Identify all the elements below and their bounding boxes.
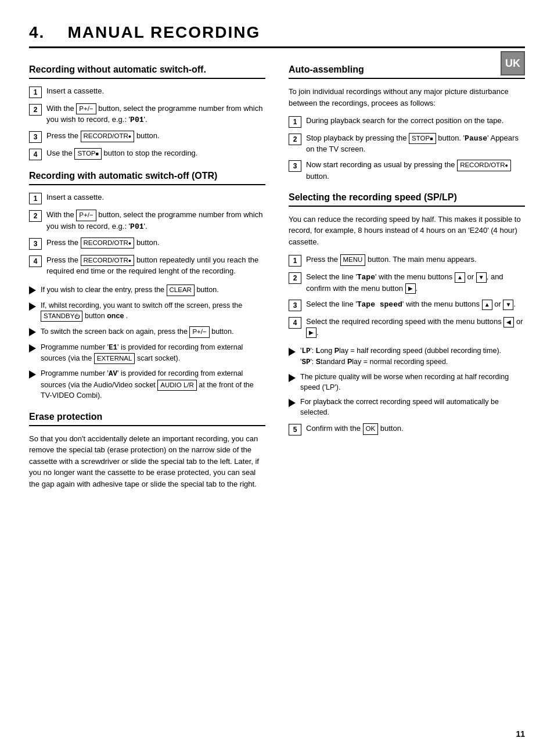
step-text: Press the RECORD/OTR button. — [46, 237, 160, 249]
auto-assembling-intro: To join individual recordings without an… — [289, 86, 525, 109]
stop-btn: STOP — [74, 148, 102, 159]
note-item: For playback the correct recording speed… — [289, 397, 525, 417]
prog-num-e1: E1 — [109, 344, 117, 352]
step-number: 2 — [29, 104, 42, 116]
right-column: Auto-assembling To join individual recor… — [289, 48, 525, 496]
step-item: 4 Press the RECORD/OTR button repeatedly… — [29, 255, 265, 276]
section-otr: Recording with automatic switch-off (OTR… — [29, 171, 265, 401]
emphasis-once: once — [107, 312, 124, 320]
note-item: If, whilst recording, you want to switch… — [29, 301, 265, 322]
step-number: 3 — [289, 160, 301, 172]
note-arrow-icon — [29, 286, 36, 294]
step-item: 4 Select the required recording speed wi… — [289, 316, 525, 338]
section1-steps: 1 Insert a cassette. 2 With the P+/− but… — [29, 86, 265, 160]
section-auto-assembling: Auto-assembling To join individual recor… — [289, 64, 525, 182]
step-number: 1 — [289, 255, 301, 267]
section3-title: Erase protection — [29, 412, 265, 426]
section-erase-protection: Erase protection So that you don't accid… — [29, 412, 265, 490]
step-text: Stop playback by pressing the STOP butto… — [306, 133, 525, 154]
section2-steps: 1 Insert a cassette. 2 With the P+/− but… — [29, 192, 265, 276]
record-otr-btn: RECORD/OTR — [81, 255, 135, 266]
step-item: 2 Stop playback by pressing the STOP but… — [289, 133, 525, 154]
step-text: Select the line 'Tape' with the menu but… — [306, 272, 525, 294]
note-text: To switch the screen back on again, pres… — [41, 326, 233, 337]
step-number: 2 — [29, 210, 42, 222]
auto-assembling-title: Auto-assembling — [289, 64, 525, 79]
note-text: For playback the correct recording speed… — [300, 397, 525, 417]
step-text: With the P+/− button, select the program… — [46, 210, 265, 232]
step-item: 3 Press the RECORD/OTR button. — [29, 237, 265, 250]
step-item: 1 Insert a cassette. — [29, 86, 265, 98]
tape-label: Tape — [357, 273, 375, 282]
left-btn: ◀ — [503, 317, 514, 327]
step-number: 1 — [29, 193, 42, 204]
down-btn: ▼ — [476, 272, 487, 283]
step-text: Use the STOP button to stop the recordin… — [46, 148, 197, 159]
section1-title: Recording without automatic switch-off. — [29, 64, 265, 79]
section2-title: Recording with automatic switch-off (OTR… — [29, 171, 265, 185]
left-column: Recording without automatic switch-off. … — [29, 48, 265, 496]
ok-btn: OK — [363, 423, 379, 434]
note-item: To switch the screen back on again, pres… — [29, 326, 265, 337]
step-number: 1 — [289, 116, 301, 128]
step-item: 4 Use the STOP button to stop the record… — [29, 148, 265, 160]
sp-label: SP — [301, 358, 310, 366]
right-btn: ▶ — [405, 283, 416, 294]
standby-btn: STANDBY — [41, 311, 82, 322]
p-plus-minus-btn: P+/− — [189, 326, 209, 337]
record-otr-btn: RECORD/OTR — [81, 237, 135, 249]
recording-speed-steps: 1 Press the MENU button. The main menu a… — [289, 254, 525, 338]
clear-btn: CLEAR — [167, 285, 195, 296]
up-btn: ▲ — [455, 272, 465, 283]
p-plus-minus-btn: P+/− — [76, 103, 96, 114]
step-item: 3 Select the line 'Tape speed' with the … — [289, 299, 525, 311]
step-number: 4 — [29, 255, 42, 267]
note-text: Programme number 'E1' is provided for re… — [41, 343, 265, 365]
step-text: Press the RECORD/OTR button repeatedly u… — [46, 255, 265, 276]
prog-num-av: AV — [109, 370, 117, 378]
record-otr-btn: RECORD/OTR — [81, 131, 135, 142]
note-arrow-icon — [29, 344, 36, 352]
step-number: 5 — [289, 424, 301, 435]
step-number: 3 — [29, 238, 42, 250]
step-number: 4 — [289, 317, 301, 329]
step-number: 3 — [289, 300, 301, 311]
step-text: During playback search for the correct p… — [306, 116, 503, 126]
tape-speed-label: Tape speed — [357, 300, 402, 309]
step-text: Press the MENU button. The main menu app… — [306, 254, 477, 265]
note-arrow-icon — [289, 374, 296, 382]
chapter-number: 4. — [29, 23, 45, 41]
step-number: 3 — [29, 131, 42, 143]
audio-lr-btn: AUDIO L/R — [157, 380, 197, 391]
note-arrow-icon — [29, 328, 36, 336]
recording-speed-intro: You can reduce the recording speed by ha… — [289, 214, 525, 248]
menu-btn: MENU — [340, 254, 366, 265]
right-btn: ▶ — [306, 327, 316, 338]
section-no-switch-off: Recording without automatic switch-off. … — [29, 64, 265, 160]
note-arrow-icon — [289, 348, 296, 356]
main-content: Recording without automatic switch-off. … — [29, 48, 525, 496]
step-number: 4 — [29, 149, 42, 160]
note-arrow-icon — [29, 303, 36, 311]
lp-label: LP — [301, 347, 310, 355]
step-item: 3 Now start recording as usual by pressi… — [289, 160, 525, 181]
note-text: 'LP': Long Play = half recording speed (… — [300, 346, 501, 368]
step-item: 2 Select the line 'Tape' with the menu b… — [289, 272, 525, 294]
step-text: Select the line 'Tape speed' with the me… — [306, 299, 516, 310]
note-item: 'LP': Long Play = half recording speed (… — [289, 346, 525, 368]
record-otr-btn: RECORD/OTR — [457, 160, 511, 171]
step-text: Now start recording as usual by pressing… — [306, 160, 525, 181]
step-item: 2 With the P+/− button, select the progr… — [29, 210, 265, 232]
note-text: If you wish to clear the entry, press th… — [41, 285, 219, 296]
external-btn: EXTERNAL — [94, 353, 135, 364]
step-item: 3 Press the RECORD/OTR button. — [29, 131, 265, 143]
section-recording-speed: Selecting the recording speed (SP/LP) Yo… — [289, 192, 525, 435]
step-number: 1 — [29, 87, 42, 98]
page-title: 4. MANUAL RECORDING — [29, 23, 525, 42]
step-text: With the P+/− button, select the program… — [46, 103, 265, 125]
note-item: If you wish to clear the entry, press th… — [29, 285, 265, 296]
step-item: 2 With the P+/− button, select the progr… — [29, 103, 265, 125]
step-number: 2 — [289, 272, 301, 284]
example-code: P01 — [130, 116, 143, 124]
note-text: The picture quality will be worse when r… — [300, 372, 525, 393]
